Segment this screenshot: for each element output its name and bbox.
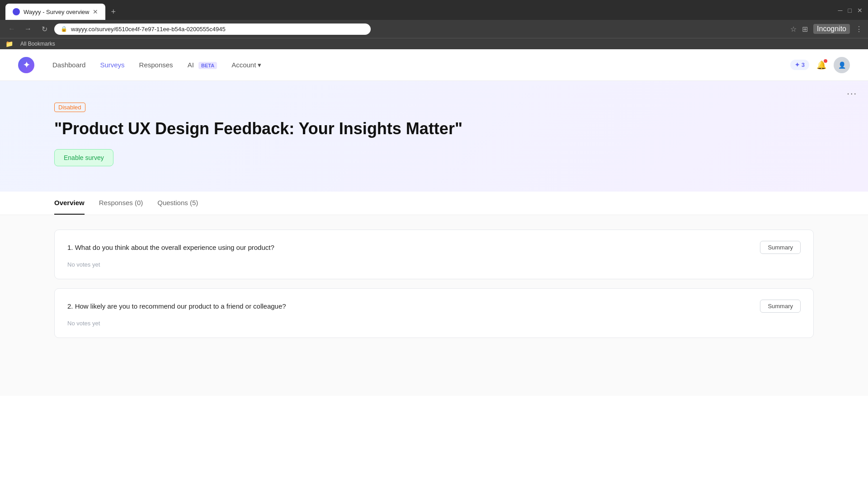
- all-bookmarks-link[interactable]: All Bookmarks: [20, 41, 55, 47]
- forward-button[interactable]: →: [22, 23, 34, 35]
- bookmarks-bar: 📁 All Bookmarks: [0, 38, 868, 49]
- content-area: 1. What do you think about the overall e…: [0, 215, 868, 396]
- extension-icon[interactable]: ⊞: [802, 25, 808, 33]
- question-row-1: 1. What do you think about the overall e…: [67, 241, 801, 254]
- tabs: Overview Responses (0) Questions (5): [54, 192, 814, 215]
- account-chevron-icon: ▾: [258, 61, 261, 69]
- logo[interactable]: ✦: [18, 57, 34, 73]
- close-window-icon[interactable]: ✕: [857, 7, 863, 14]
- browser-chrome: Wayyy - Survey overview ✕ + ─ □ ✕ ← → ↻ …: [0, 0, 868, 49]
- notification-dot: [824, 59, 827, 63]
- question-text-2: 2. How likely are you to recommend our p…: [67, 302, 760, 310]
- tab-favicon: [13, 8, 20, 15]
- nav-right: ✦ 3 🔔 👤: [790, 57, 850, 73]
- browser-controls: ← → ↻ 🔒 wayyy.co/survey/6510ce4f-7e97-11…: [0, 20, 868, 38]
- tab-bar-row: Wayyy - Survey overview ✕ + ─ □ ✕: [0, 0, 868, 20]
- avatar[interactable]: 👤: [834, 57, 850, 73]
- tab-questions[interactable]: Questions (5): [157, 192, 198, 215]
- lock-icon: 🔒: [61, 26, 67, 32]
- tab-bar: Wayyy - Survey overview ✕ +: [5, 4, 119, 20]
- incognito-badge: Incognito: [813, 24, 850, 34]
- url-text: wayyy.co/survey/6510ce4f-7e97-11ee-b54a-…: [71, 26, 226, 33]
- question-card-1: 1. What do you think about the overall e…: [54, 230, 814, 279]
- enable-survey-button[interactable]: Enable survey: [54, 149, 113, 166]
- nav-surveys[interactable]: Surveys: [100, 61, 124, 69]
- question-text-1: 1. What do you think about the overall e…: [67, 244, 760, 251]
- points-count: 3: [802, 61, 805, 68]
- tab-close-icon[interactable]: ✕: [93, 8, 98, 15]
- question-label-1: What do you think about the overall expe…: [75, 244, 274, 251]
- no-votes-2: No votes yet: [67, 320, 801, 327]
- question-card-2: 2. How likely are you to recommend our p…: [54, 288, 814, 338]
- question-label-2: How likely are you to recommend our prod…: [75, 302, 286, 310]
- avatar-image: 👤: [838, 61, 846, 69]
- question-row-2: 2. How likely are you to recommend our p…: [67, 300, 801, 313]
- ai-beta-badge: BETA: [198, 62, 217, 69]
- tab-responses[interactable]: Responses (0): [99, 192, 143, 215]
- reload-button[interactable]: ↻: [38, 23, 51, 35]
- back-button[interactable]: ←: [5, 23, 18, 35]
- more-options-button[interactable]: ···: [847, 88, 857, 99]
- question-number-2: 2.: [67, 302, 73, 310]
- summary-button-2[interactable]: Summary: [760, 300, 801, 313]
- new-tab-button[interactable]: +: [107, 5, 119, 19]
- nav-dashboard[interactable]: Dashboard: [52, 61, 85, 69]
- tabs-section: Overview Responses (0) Questions (5): [0, 192, 868, 215]
- points-badge[interactable]: ✦ 3: [790, 60, 809, 70]
- survey-title: "Product UX Design Feedback: Your Insigh…: [54, 119, 814, 138]
- main-nav: ✦ Dashboard Surveys Responses AI BETA Ac…: [0, 49, 868, 81]
- status-badge: Disabled: [54, 103, 85, 112]
- bookmark-star-icon[interactable]: ☆: [790, 25, 797, 33]
- tab-title: Wayyy - Survey overview: [24, 9, 89, 15]
- summary-button-1[interactable]: Summary: [760, 241, 801, 254]
- active-tab[interactable]: Wayyy - Survey overview ✕: [5, 4, 105, 20]
- minimize-icon[interactable]: ─: [838, 7, 843, 14]
- logo-icon: ✦: [23, 60, 30, 70]
- bookmarks-folder-icon: 📁: [5, 40, 13, 47]
- tab-overview[interactable]: Overview: [54, 192, 85, 215]
- browser-actions: ☆ ⊞ Incognito ⋮: [790, 24, 863, 34]
- nav-links: Dashboard Surveys Responses AI BETA Acco…: [52, 61, 261, 69]
- hero-section: ··· Disabled "Product UX Design Feedback…: [0, 81, 868, 192]
- menu-icon[interactable]: ⋮: [855, 25, 863, 33]
- address-bar[interactable]: 🔒 wayyy.co/survey/6510ce4f-7e97-11ee-b54…: [54, 23, 371, 35]
- restore-icon[interactable]: □: [848, 7, 852, 14]
- nav-ai[interactable]: AI BETA: [188, 61, 217, 69]
- no-votes-1: No votes yet: [67, 261, 801, 268]
- notification-button[interactable]: 🔔: [816, 60, 826, 70]
- nav-responses[interactable]: Responses: [139, 61, 173, 69]
- nav-account[interactable]: Account ▾: [231, 61, 261, 69]
- points-icon: ✦: [795, 61, 800, 68]
- app: ✦ Dashboard Surveys Responses AI BETA Ac…: [0, 49, 868, 396]
- question-number-1: 1.: [67, 244, 73, 251]
